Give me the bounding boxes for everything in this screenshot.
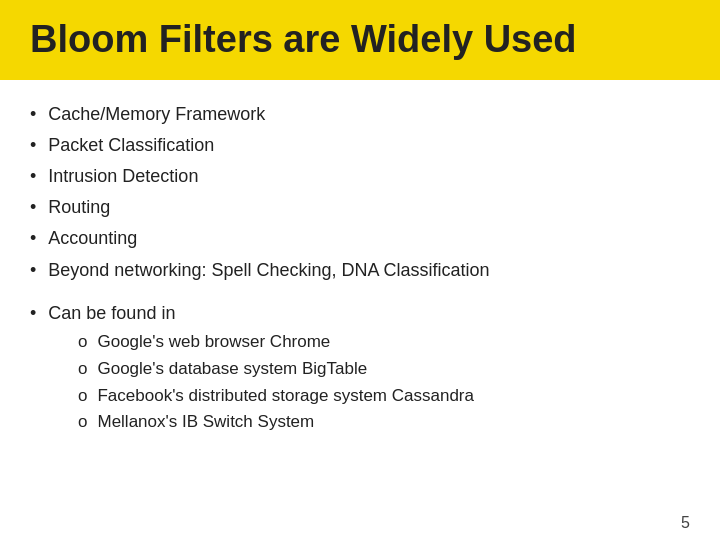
sub-list: o Google's web browser Chrome o Google's…	[78, 330, 690, 434]
sub-section: • Can be found in o Google's web browser…	[30, 301, 690, 434]
sub-bullet-icon: o	[78, 410, 87, 434]
list-item: • Intrusion Detection	[30, 164, 690, 189]
list-item-text: Beyond networking: Spell Checking, DNA C…	[48, 258, 489, 283]
list-item: • Packet Classification	[30, 133, 690, 158]
sub-list-item-text: Google's web browser Chrome	[97, 330, 330, 354]
bullet-icon: •	[30, 164, 36, 189]
list-item: • Routing	[30, 195, 690, 220]
sub-list-item-text: Facebook's distributed storage system Ca…	[97, 384, 473, 408]
slide-footer: 5	[0, 510, 720, 540]
list-item: • Accounting	[30, 226, 690, 251]
bullet-icon: •	[30, 226, 36, 251]
main-bullet-list: • Cache/Memory Framework • Packet Classi…	[30, 102, 690, 283]
sub-bullet-icon: o	[78, 330, 87, 354]
list-item-text: Intrusion Detection	[48, 164, 198, 189]
bullet-icon: •	[30, 195, 36, 220]
list-item-text: Cache/Memory Framework	[48, 102, 265, 127]
list-item: o Google's database system BigTable	[78, 357, 690, 381]
list-item: • Beyond networking: Spell Checking, DNA…	[30, 258, 690, 283]
list-item: • Cache/Memory Framework	[30, 102, 690, 127]
sub-bullet-icon: o	[78, 357, 87, 381]
bullet-icon: •	[30, 133, 36, 158]
sub-list-item-text: Mellanox's IB Switch System	[97, 410, 314, 434]
slide-title: Bloom Filters are Widely Used	[30, 18, 690, 62]
bullet-icon: •	[30, 258, 36, 283]
slide-content: • Cache/Memory Framework • Packet Classi…	[0, 80, 720, 510]
bullet-icon: •	[30, 301, 36, 326]
sub-list-item-text: Google's database system BigTable	[97, 357, 367, 381]
sub-section-main-text: Can be found in	[48, 301, 175, 326]
sub-bullet-icon: o	[78, 384, 87, 408]
bullet-icon: •	[30, 102, 36, 127]
list-item: o Mellanox's IB Switch System	[78, 410, 690, 434]
list-item-text: Routing	[48, 195, 110, 220]
list-item: o Facebook's distributed storage system …	[78, 384, 690, 408]
list-item-text: Accounting	[48, 226, 137, 251]
sub-section-main: • Can be found in	[30, 301, 690, 326]
list-item: o Google's web browser Chrome	[78, 330, 690, 354]
slide-header: Bloom Filters are Widely Used	[0, 0, 720, 80]
page-number: 5	[681, 514, 690, 531]
slide: Bloom Filters are Widely Used • Cache/Me…	[0, 0, 720, 540]
list-item-text: Packet Classification	[48, 133, 214, 158]
